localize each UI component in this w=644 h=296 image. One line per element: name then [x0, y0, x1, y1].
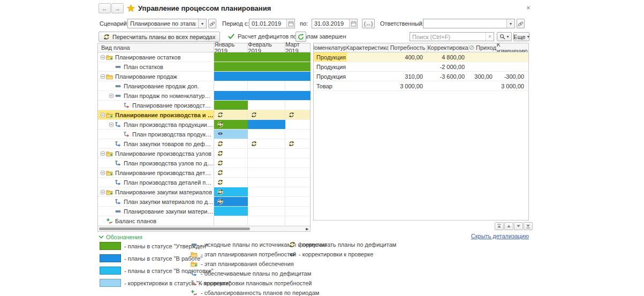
responsible-dropdown-button[interactable]: ▾ [506, 19, 514, 28]
gantt-bar-cyan[interactable] [214, 207, 248, 216]
recycle-icon[interactable] [217, 199, 223, 204]
plan-row[interactable]: Планирование продаж доп. [98, 81, 310, 91]
plan-row[interactable]: Планирование производства деталей [98, 168, 310, 178]
recycle-icon[interactable] [217, 112, 223, 118]
recycle-icon[interactable] [289, 141, 294, 147]
recycle-icon[interactable] [217, 160, 223, 166]
scroll-last-button[interactable] [524, 222, 533, 230]
search-input[interactable] [410, 33, 486, 41]
recycle-icon[interactable] [217, 179, 223, 185]
gantt-lane [214, 168, 310, 177]
scrollbar-right-arrow[interactable]: ▶ [305, 227, 309, 231]
gantt-bar-green[interactable] [214, 52, 310, 62]
plan-row[interactable]: План производства деталей по дефициту [98, 178, 310, 187]
scroll-down-button[interactable] [514, 222, 523, 230]
column-header-demand[interactable]: Потребность [389, 43, 427, 52]
legend-section-header[interactable]: Обозначения [99, 234, 142, 240]
table-cell: 300,00 [469, 72, 497, 81]
plan-row[interactable]: План закупки товаров по дефициту [98, 139, 310, 149]
eye-icon[interactable] [217, 131, 223, 136]
responsible-input[interactable] [423, 19, 506, 28]
plan-row[interactable]: Планирование продаж [98, 72, 310, 81]
column-header-to-change[interactable]: К изменению [497, 43, 528, 52]
back-button[interactable]: ← [99, 3, 111, 13]
tree-expander-icon[interactable] [100, 74, 105, 79]
clear-icon: × [488, 34, 491, 40]
gantt-bar-blue[interactable] [214, 72, 310, 81]
search-button[interactable]: ▾ [497, 32, 512, 41]
gantt-bar-green[interactable] [214, 101, 248, 110]
recycle-icon[interactable] [251, 141, 257, 147]
tree-expander-icon[interactable] [100, 112, 105, 118]
gantt-bar-green[interactable] [214, 62, 310, 71]
plan-row[interactable]: План остатков [98, 62, 310, 72]
month-gridline [285, 197, 285, 206]
period-from-calendar-button[interactable] [286, 19, 294, 28]
column-header-nomenclature[interactable]: Номенклатура [314, 43, 347, 52]
scenario-open-button[interactable] [208, 19, 216, 28]
plan-row[interactable]: Планирование производства и закупки това… [98, 110, 310, 120]
plan-row[interactable]: Планирование производства узлов [98, 149, 310, 158]
recycle-icon[interactable] [217, 150, 223, 156]
forward-button[interactable]: → [111, 3, 124, 13]
more-button[interactable]: Еще ▾ [513, 32, 529, 41]
tree-expander-icon[interactable] [100, 170, 105, 176]
plan-row[interactable]: План производства продукции по дефициту [98, 120, 310, 130]
close-icon[interactable]: × [526, 4, 531, 12]
plan-row[interactable]: Баланс планов [98, 216, 310, 226]
plan-row[interactable]: Планирование закупки материалов [98, 187, 310, 197]
recycle-icon[interactable] [217, 141, 223, 147]
gantt-bar-blue[interactable] [248, 120, 285, 129]
scroll-up-button[interactable] [504, 222, 513, 230]
scroll-first-button[interactable] [495, 222, 504, 230]
dash-icon [115, 83, 122, 89]
hide-details-link[interactable]: Скрыть детализацию [471, 233, 529, 239]
refresh-button[interactable] [296, 32, 306, 42]
tree-expander-icon[interactable] [109, 93, 114, 98]
gantt-bar-blue[interactable] [214, 91, 310, 100]
table-row[interactable]: Продукция на...400,004 800,00 [314, 52, 528, 62]
search-clear-button[interactable]: × [486, 33, 494, 41]
plan-label: План производства деталей по дефициту [124, 179, 214, 186]
recycle-icon[interactable] [217, 122, 223, 127]
period-to-field[interactable] [312, 19, 358, 28]
scrollbar-thumb[interactable] [99, 227, 250, 230]
plan-tree-cell: Планирование закупки материалов [98, 187, 214, 196]
recycle-icon[interactable] [217, 170, 223, 176]
plan-row[interactable]: План производства узлов по дефициту [98, 158, 310, 168]
recycle-icon[interactable] [217, 189, 223, 195]
search-field[interactable]: × [410, 32, 494, 41]
favorite-star-icon[interactable] [127, 4, 135, 12]
tree-expander-icon[interactable] [100, 151, 105, 156]
table-row[interactable]: Товар3 000,003 000,00 [314, 81, 528, 91]
column-header-correction[interactable]: Корректировка [427, 43, 469, 52]
horizontal-scrollbar[interactable]: ▶ [98, 226, 310, 231]
period-from-input[interactable] [249, 19, 286, 28]
tree-expander-icon[interactable] [109, 122, 114, 127]
scenario-field[interactable]: ▾ [127, 19, 207, 28]
recalc-all-periods-button[interactable]: Пересчитать планы во всех периодах [99, 32, 220, 42]
column-header-characteristic[interactable]: Характеристика [347, 43, 389, 52]
responsible-open-button[interactable] [517, 19, 525, 28]
legend-swatch [100, 242, 121, 250]
recycle-icon[interactable] [289, 112, 294, 118]
period-from-field[interactable] [249, 19, 295, 28]
plan-row[interactable]: Планирование остатков [98, 52, 310, 62]
period-to-input[interactable] [312, 19, 349, 28]
scenario-input[interactable] [128, 19, 198, 28]
scenario-dropdown-button[interactable]: ▾ [198, 19, 206, 28]
tree-expander-icon[interactable] [100, 189, 105, 195]
table-row[interactable]: Продукция-2 000,00 [314, 62, 528, 72]
period-picker-button[interactable]: (↔) [362, 19, 375, 28]
recycle-icon[interactable] [251, 112, 257, 118]
period-to-calendar-button[interactable] [349, 19, 357, 28]
plan-row[interactable]: План продаж по номенклатуре (зам. по ист… [98, 91, 310, 101]
column-header-receipt[interactable]: Приход [469, 43, 497, 52]
table-row[interactable]: Продукция310,00-3 600,00300,00-300,00 [314, 72, 528, 81]
tree-expander-icon[interactable] [100, 55, 105, 60]
plan-row[interactable]: Планирование производства и закупки ... [98, 101, 310, 110]
plan-row[interactable]: План производства продукции по дефи... [98, 130, 310, 139]
plan-row[interactable]: Планирование закупки материалов вручную [98, 207, 310, 216]
responsible-field[interactable]: ▾ [423, 19, 515, 28]
plan-row[interactable]: План закупки материалов по дефициту [98, 197, 310, 207]
